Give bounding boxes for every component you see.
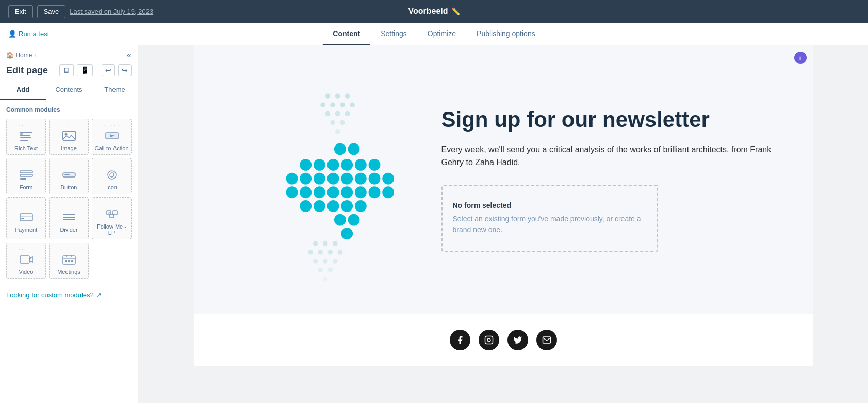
breadcrumb-home[interactable]: 🏠 Home xyxy=(6,52,32,59)
sidebar-tab-add[interactable]: Add xyxy=(0,80,46,100)
svg-point-91 xyxy=(318,267,323,272)
desktop-view-button[interactable]: 🖥 xyxy=(59,64,74,76)
module-divider[interactable]: · · · · · Divider xyxy=(49,197,89,239)
module-follow-me-label: Follow Me - LP xyxy=(94,223,129,236)
svg-point-63 xyxy=(368,173,380,185)
redo-button[interactable]: ↪ xyxy=(118,64,132,76)
sidebar: 🏠 Home › « Edit page 🖥 📱 ↩ ↪ Add Content… xyxy=(0,45,138,403)
modules-label: Common modules xyxy=(6,106,132,114)
newsletter-description: Every week, we'll send you a critical an… xyxy=(441,143,772,169)
module-dots: · · · · · xyxy=(104,202,119,206)
call-to-action-icon xyxy=(105,130,119,143)
edit-page-name-icon[interactable]: ✏️ xyxy=(451,7,460,15)
social-footer xyxy=(194,314,813,366)
custom-modules-link[interactable]: Looking for custom modules? ↗ xyxy=(0,285,138,305)
tab-publishing-options[interactable]: Publishing options xyxy=(466,23,546,45)
form-icon xyxy=(19,169,34,182)
module-meetings[interactable]: · · · · · Meetings xyxy=(49,243,89,279)
svg-point-62 xyxy=(354,173,366,185)
save-button[interactable]: Save xyxy=(37,5,66,18)
image-icon xyxy=(62,130,76,143)
svg-point-84 xyxy=(308,250,313,255)
info-badge[interactable]: i xyxy=(794,52,807,64)
svg-rect-34 xyxy=(68,260,70,262)
module-video[interactable]: · · · · · Video xyxy=(6,243,46,279)
sidebar-tab-contents[interactable]: Contents xyxy=(46,80,92,100)
email-icon[interactable] xyxy=(536,330,557,350)
meetings-icon xyxy=(62,254,76,267)
svg-point-77 xyxy=(354,200,366,212)
module-button[interactable]: · · · · · Button xyxy=(49,158,89,194)
svg-point-60 xyxy=(327,173,339,185)
svg-point-87 xyxy=(337,250,342,255)
run-test-button[interactable]: 👤 Run a test xyxy=(8,30,49,38)
svg-point-74 xyxy=(313,200,325,212)
breadcrumb-separator: › xyxy=(34,52,36,59)
svg-point-85 xyxy=(318,250,323,255)
svg-rect-33 xyxy=(65,260,67,262)
instagram-icon[interactable] xyxy=(479,330,499,350)
svg-point-65 xyxy=(286,186,298,198)
module-form[interactable]: · · · · · Form xyxy=(6,158,46,194)
newsletter-title: Sign up for our newsletter xyxy=(441,107,772,132)
svg-point-57 xyxy=(286,173,298,185)
exit-button[interactable]: Exit xyxy=(8,5,33,18)
module-dots: · · · · · xyxy=(61,205,76,209)
rich-text-icon xyxy=(19,130,34,143)
tab-optimize[interactable]: Optimize xyxy=(417,23,466,45)
svg-rect-28 xyxy=(20,256,29,263)
module-image-label: Image xyxy=(61,145,77,151)
svg-point-86 xyxy=(327,250,333,255)
custom-modules-label: Looking for custom modules? xyxy=(6,291,94,299)
breadcrumb: 🏠 Home › xyxy=(6,52,36,59)
svg-point-43 xyxy=(325,111,330,117)
last-saved-text: Last saved on July 19, 2023 xyxy=(70,8,153,15)
tab-content[interactable]: Content xyxy=(322,23,370,45)
module-dots: · · · · · xyxy=(61,247,76,252)
svg-point-73 xyxy=(300,200,312,212)
module-rich-text[interactable]: · · · · · Rich Text xyxy=(6,119,46,155)
svg-point-69 xyxy=(341,186,353,198)
twitter-icon[interactable] xyxy=(507,330,528,350)
svg-rect-11 xyxy=(20,178,26,180)
sub-bar-tabs: Content Settings Optimize Publishing opt… xyxy=(322,23,545,45)
svg-rect-17 xyxy=(20,216,32,217)
svg-point-54 xyxy=(341,159,353,171)
module-follow-me[interactable]: · · · · · # Follow Me - LP xyxy=(92,197,132,239)
form-placeholder: No form selected Select an existing form… xyxy=(441,185,658,252)
svg-point-64 xyxy=(382,173,394,185)
svg-point-68 xyxy=(327,186,339,198)
form-placeholder-title: No form selected xyxy=(453,201,647,209)
svg-point-37 xyxy=(335,93,340,99)
svg-rect-21 xyxy=(63,219,75,220)
module-cta-label: Call-to-Action xyxy=(94,145,128,151)
form-placeholder-desc: Select an existing form you've made prev… xyxy=(453,214,647,235)
collapse-sidebar-button[interactable]: « xyxy=(127,51,132,60)
module-icon[interactable]: · · · · · Icon xyxy=(92,158,132,194)
svg-point-88 xyxy=(313,259,318,264)
svg-point-53 xyxy=(327,159,339,171)
module-button-label: Button xyxy=(61,184,77,190)
svg-point-67 xyxy=(313,186,325,198)
svg-point-71 xyxy=(368,186,380,198)
module-payment[interactable]: · · · · · Payment xyxy=(6,197,46,239)
svg-point-38 xyxy=(345,93,350,99)
sidebar-tab-theme[interactable]: Theme xyxy=(92,80,138,100)
facebook-icon[interactable] xyxy=(450,330,470,350)
svg-rect-19 xyxy=(63,214,75,215)
module-icon-label: Icon xyxy=(106,184,117,190)
svg-rect-20 xyxy=(63,217,75,218)
top-bar-left: Exit Save Last saved on July 19, 2023 xyxy=(8,5,153,18)
module-image[interactable]: · · · · · Image xyxy=(49,119,89,155)
mobile-view-button[interactable]: 📱 xyxy=(77,64,93,76)
svg-point-78 xyxy=(334,214,346,226)
undo-button[interactable]: ↩ xyxy=(102,64,115,76)
svg-text:#: # xyxy=(108,211,110,214)
svg-point-90 xyxy=(333,259,338,264)
svg-rect-5 xyxy=(63,131,75,140)
module-dots: · · · · · xyxy=(19,163,34,167)
module-call-to-action[interactable]: · · · · · Call-to-Action xyxy=(92,119,132,155)
tab-settings[interactable]: Settings xyxy=(370,23,417,45)
edit-page-header: Edit page 🖥 📱 ↩ ↪ xyxy=(0,62,138,80)
module-dots: · · · · · xyxy=(19,123,34,128)
